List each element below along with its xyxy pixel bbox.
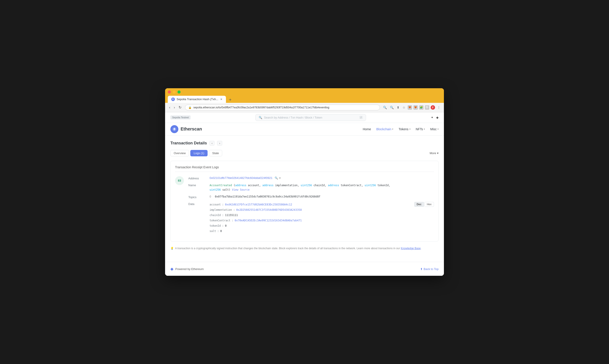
tab-close-button[interactable]: ✕: [220, 98, 222, 101]
eth-icon[interactable]: ◆: [436, 116, 439, 119]
chevron-down-icon: ▾: [392, 128, 393, 130]
knowledge-base-link[interactable]: Knowledge Base: [401, 247, 421, 250]
hex-button[interactable]: Hex: [424, 202, 434, 207]
testnet-badge: Sepolia Testnet: [170, 116, 190, 119]
active-tab[interactable]: E Sepolia Transaction Hash (Txh... ✕: [168, 96, 226, 103]
address-link[interactable]: 0x02101dfb77fde026414827fdc604ddaf224f09…: [210, 176, 272, 180]
new-tab-button[interactable]: +: [227, 97, 234, 103]
data-row-tokencontract: tokenContract : 0x70eADCA5D2Ec3Ae99C1232…: [210, 218, 302, 223]
data-row-account: account : 0xd42d61CFDfce1577d02bA6CE83Dc…: [210, 202, 302, 207]
param-uint2562: uint256: [365, 184, 376, 187]
zoom-icon[interactable]: 🔍: [389, 105, 394, 110]
more-options-button[interactable]: ⋮: [436, 105, 441, 110]
log-name-value: AccountCreated (address account, address…: [210, 183, 434, 192]
data-label: Data: [188, 202, 206, 206]
close-button[interactable]: [168, 91, 171, 93]
card-header: Transaction Receipt Event Logs: [175, 165, 434, 172]
log-address-row: Address 0x02101dfb77fde026414827fdc604dd…: [188, 176, 434, 180]
refresh-button[interactable]: ↻: [177, 105, 183, 110]
chevron-down-icon: ▾: [437, 128, 439, 130]
share-icon[interactable]: ⬆: [396, 105, 400, 110]
param-address: address: [235, 184, 246, 187]
search-bar[interactable]: 🔍 Search by Address / Txn Hash / Block /…: [255, 114, 366, 121]
tokencontract-link[interactable]: 0x70eADCA5D2Ec3Ae99C1232d163d34d8A0a7ab4…: [235, 218, 302, 223]
search-icon: 🔍: [259, 116, 262, 119]
chevron-down-icon[interactable]: ▾: [279, 176, 281, 180]
log-topics-value: 0 0x07fba7bba1191da7ee1155dcfa0030701c9c…: [210, 195, 434, 198]
main-content: Transaction Details ‹ › Overview Logs (1…: [165, 136, 444, 255]
footer-logo: ◆ Powered by Ethereum: [170, 266, 204, 271]
back-to-top-label: Back to Top: [424, 267, 439, 271]
prev-tx-button[interactable]: ‹: [210, 141, 215, 145]
nav-menu: Home Blockchain ▾ Tokens ▾ NFTs ▾ Misc ▾: [363, 127, 439, 131]
search-placeholder: Search by Address / Txn Hash / Block / T…: [264, 116, 322, 119]
name-label: Name: [188, 183, 206, 187]
nav-tokens[interactable]: Tokens ▾: [399, 127, 410, 131]
log-body: Address 0x02101dfb77fde026414827fdc604dd…: [188, 176, 434, 237]
data-row-salt: salt : 0: [210, 228, 302, 234]
tabs-row: Overview Logs (1) State More ▾: [170, 150, 439, 156]
nav-misc[interactable]: Misc ▾: [430, 127, 439, 131]
site-header: Sepolia Testnet 🔍 Search by Address / Tx…: [165, 112, 444, 123]
next-tx-button[interactable]: ›: [217, 141, 222, 145]
topic-hash: 0x07fba7bba1191da7ee1155dcfa0030701c9c9a…: [215, 195, 320, 198]
page-title: Transaction Details: [170, 141, 207, 145]
nav-home[interactable]: Home: [363, 127, 371, 131]
param-address3: address: [328, 184, 339, 187]
tab-title: Sepolia Transaction Hash (Txh...: [176, 98, 218, 101]
more-label: More: [430, 152, 436, 155]
extension-profile[interactable]: F: [431, 105, 435, 110]
maximize-button[interactable]: [177, 91, 181, 93]
bookmark-icon[interactable]: ☆: [402, 105, 406, 110]
url-text: sepolia.etherscan.io/tx/0x6ffb477ea3fc09…: [193, 106, 377, 109]
extension-tampermonkey[interactable]: 🦊: [408, 105, 412, 110]
back-button[interactable]: ‹: [168, 105, 172, 110]
implementation-link[interactable]: 0x2D25602551487C3f3354d80D76D54383A24335…: [236, 207, 302, 212]
param-uint2563: uint256: [210, 188, 221, 191]
page-header: Transaction Details ‹ ›: [170, 141, 439, 145]
nav-nfts[interactable]: NFTs ▾: [416, 127, 425, 131]
nav-blockchain[interactable]: Blockchain ▾: [376, 127, 393, 131]
site-footer: ◆ Powered by Ethereum ⬆ Back to Top: [165, 262, 444, 276]
tab-state[interactable]: State: [209, 150, 222, 156]
chevron-down-icon: ▾: [409, 128, 410, 130]
data-row-tokenid: tokenId : 0: [210, 223, 302, 228]
footer-powered-by: Powered by Ethereum: [175, 267, 204, 271]
extension-puzzle[interactable]: 🧩: [419, 105, 424, 110]
log-name-row: Name AccountCreated (address account, ad…: [188, 183, 434, 192]
salt-value: 0: [220, 228, 222, 234]
address-label: Address: [188, 176, 206, 180]
log-data-row: Data account : 0xd42d61CFDfce1577d02bA6C…: [188, 202, 434, 234]
dec-button[interactable]: Dec: [414, 202, 424, 207]
extension-metamask[interactable]: 🦊: [413, 105, 418, 110]
sun-icon[interactable]: ✦: [431, 116, 433, 119]
minimize-button[interactable]: [173, 91, 176, 93]
log-entry: 83 Address 0x02101dfb77fde026414827fdc60…: [175, 176, 434, 237]
search-icon[interactable]: 🔍: [275, 176, 278, 180]
chevron-down-icon: ▾: [437, 152, 439, 155]
search-icon[interactable]: 🔍: [382, 105, 388, 110]
address-bar[interactable]: 🔒 sepolia.etherscan.io/tx/0x6ffb477ea3fc…: [185, 104, 380, 110]
tab-logs[interactable]: Logs (1): [190, 150, 208, 156]
log-address-value: 0x02101dfb77fde026414827fdc604ddaf224f09…: [210, 176, 434, 180]
log-number: 83: [175, 176, 184, 185]
back-to-top-button[interactable]: ⬆ Back to Top: [420, 267, 439, 271]
view-source-link[interactable]: View Source: [232, 188, 249, 191]
footer-note-text: A transaction is a cryptographically sig…: [175, 247, 421, 250]
lightbulb-icon: 💡: [170, 247, 174, 250]
more-dropdown[interactable]: More ▾: [430, 152, 439, 155]
site-logo[interactable]: Etherscan: [170, 125, 202, 133]
topics-label: Topics: [188, 195, 206, 199]
tab-overview[interactable]: Overview: [170, 150, 189, 156]
data-section: account : 0xd42d61CFDfce1577d02bA6CE83Dc…: [210, 202, 302, 234]
arrow-up-icon: ⬆: [420, 267, 423, 271]
header-icons: ✦ ◆: [431, 116, 439, 119]
account-link[interactable]: 0xd42d61CFDfce1577d02bA6CE83Dc2583586A4c…: [225, 202, 292, 207]
data-row-implementation: implementation : 0x2D25602551487C3f3354d…: [210, 207, 302, 212]
tokenid-value: 0: [225, 223, 227, 228]
logo-text: Etherscan: [181, 127, 202, 131]
extension-window[interactable]: ⬜: [425, 105, 429, 110]
site-nav: Etherscan Home Blockchain ▾ Tokens ▾ NFT…: [165, 123, 444, 136]
forward-button[interactable]: ›: [172, 105, 176, 110]
data-row-chainid: chainId : 11155111: [210, 212, 302, 218]
